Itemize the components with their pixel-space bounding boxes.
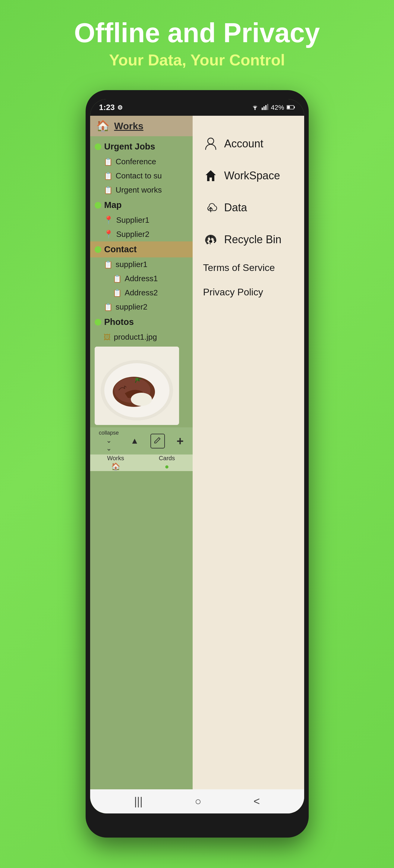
- works-label: Works: [114, 121, 144, 132]
- time-display: 1:23: [99, 103, 115, 112]
- group-photos[interactable]: Photos: [90, 314, 193, 330]
- item-label: product1.jpg: [114, 333, 157, 342]
- phone-wrapper: 1:23 ⚙: [86, 90, 309, 838]
- tab-cards[interactable]: Cards ●: [141, 455, 193, 471]
- tab-works-label: Works: [107, 455, 124, 462]
- item-label: supplier1: [116, 260, 148, 269]
- list-item[interactable]: 📋 Urgent works: [90, 183, 193, 197]
- group-map-label: Map: [104, 200, 122, 210]
- right-menu-pane: Account WorkSpace: [193, 116, 304, 813]
- list-item[interactable]: 🖼 product1.jpg: [90, 330, 193, 344]
- recycle-icon: [203, 232, 218, 247]
- bottom-action-bar: collapse ⌄⌄ ▲ +: [90, 427, 193, 455]
- group-urgent-jobs[interactable]: Urgent Jobs: [90, 138, 193, 155]
- item-label: Supplier1: [116, 216, 150, 225]
- item-label: Contact to su: [116, 171, 162, 181]
- header-title: Offline and Privacy: [74, 18, 320, 48]
- tab-bar: Works 🏠 Cards ●: [90, 455, 193, 471]
- note-icon: 📋: [113, 289, 122, 297]
- svg-rect-7: [287, 106, 290, 108]
- header: Offline and Privacy Your Data, Your Cont…: [74, 18, 320, 69]
- menu-terms-label: Terms of Service: [203, 262, 275, 273]
- note-icon: 📋: [104, 158, 113, 166]
- group-contact[interactable]: Contact: [90, 241, 193, 257]
- menu-item-recycle-bin[interactable]: Recycle Bin: [203, 224, 294, 255]
- svg-rect-6: [294, 106, 295, 108]
- map-pin-icon: 📍: [104, 216, 113, 225]
- header-subtitle: Your Data, Your Control: [74, 51, 320, 69]
- works-bar[interactable]: 🏠 Works: [90, 116, 193, 136]
- menu-workspace-label: WorkSpace: [224, 169, 280, 182]
- item-label: Address1: [125, 274, 158, 283]
- list-item[interactable]: 📋 supplier2: [90, 300, 193, 314]
- item-label: supplier2: [116, 302, 148, 312]
- note-icon: 📋: [104, 260, 113, 269]
- group-photos-label: Photos: [104, 317, 134, 327]
- menu-data-label: Data: [224, 201, 247, 214]
- collapse-button[interactable]: collapse ⌄⌄: [99, 430, 119, 453]
- nav-home-button[interactable]: ○: [195, 795, 201, 808]
- svg-point-14: [135, 378, 139, 381]
- menu-item-terms[interactable]: Terms of Service: [203, 255, 294, 280]
- svg-point-13: [131, 393, 152, 406]
- note-icon: 📋: [104, 172, 113, 180]
- nav-back-button[interactable]: <: [253, 795, 260, 808]
- cloud-upload-icon: [203, 200, 218, 215]
- home-nav-icon: 🏠: [96, 120, 110, 132]
- settings-icon: ⚙: [117, 104, 123, 111]
- android-nav-bar: ||| ○ <: [90, 789, 304, 813]
- menu-item-account[interactable]: Account: [203, 128, 294, 160]
- battery-icon: [287, 104, 295, 112]
- tab-cards-label: Cards: [159, 455, 175, 462]
- menu-item-data[interactable]: Data: [203, 192, 294, 224]
- app-content: 🏠 Works Urgent Jobs 📋 Conference: [90, 116, 304, 813]
- svg-point-0: [254, 109, 255, 110]
- phone-screen: 1:23 ⚙: [90, 99, 304, 813]
- group-urgent-jobs-label: Urgent Jobs: [104, 142, 155, 152]
- edit-button[interactable]: [150, 434, 165, 448]
- svg-rect-4: [267, 104, 268, 110]
- signal-icon: [262, 103, 268, 112]
- add-button[interactable]: +: [177, 434, 184, 448]
- group-map[interactable]: Map: [90, 197, 193, 213]
- note-icon: 📋: [104, 186, 113, 194]
- list-item[interactable]: 📍 Supplier1: [90, 213, 193, 227]
- item-label: Urgent works: [116, 185, 162, 195]
- menu-item-workspace[interactable]: WorkSpace: [203, 160, 294, 192]
- item-label: Conference: [116, 157, 156, 166]
- group-contact-label: Contact: [104, 244, 137, 254]
- up-arrow-icon[interactable]: ▲: [130, 436, 139, 446]
- collapse-arrows-icon: ⌄⌄: [106, 437, 112, 453]
- list-item[interactable]: 📋 Address1: [90, 272, 193, 286]
- status-bar: 1:23 ⚙: [90, 99, 304, 116]
- person-icon: [203, 136, 218, 151]
- list-item[interactable]: 📋 Address2: [90, 286, 193, 300]
- svg-rect-2: [264, 106, 265, 110]
- menu-item-privacy[interactable]: Privacy Policy: [203, 280, 294, 304]
- wifi-icon: [251, 103, 259, 112]
- note-icon: 📋: [113, 275, 122, 283]
- tab-works[interactable]: Works 🏠: [90, 455, 141, 471]
- menu-privacy-label: Privacy Policy: [203, 287, 263, 298]
- list-item[interactable]: 📋 Contact to su: [90, 169, 193, 183]
- tab-works-icon: 🏠: [111, 462, 120, 471]
- note-icon: 📋: [104, 303, 113, 311]
- svg-rect-1: [262, 107, 263, 110]
- menu-account-label: Account: [224, 137, 264, 150]
- svg-point-15: [208, 138, 214, 144]
- home-icon: [203, 168, 218, 183]
- nav-recents-button[interactable]: |||: [134, 795, 143, 808]
- item-label: Address2: [125, 288, 158, 298]
- list-item[interactable]: 📍 Supplier2: [90, 227, 193, 241]
- collapse-label: collapse: [99, 430, 119, 436]
- battery-percentage: 42%: [271, 104, 284, 112]
- list-item[interactable]: 📋 supplier1: [90, 257, 193, 272]
- map-pin-icon: 📍: [104, 230, 113, 239]
- list-item[interactable]: 📋 Conference: [90, 155, 193, 169]
- image-preview: [95, 347, 179, 425]
- svg-rect-3: [265, 105, 267, 110]
- svg-point-16: [209, 240, 212, 243]
- menu-recycle-label: Recycle Bin: [224, 233, 281, 246]
- left-pane: 🏠 Works Urgent Jobs 📋 Conference: [90, 116, 193, 813]
- tab-cards-icon: ●: [164, 462, 169, 471]
